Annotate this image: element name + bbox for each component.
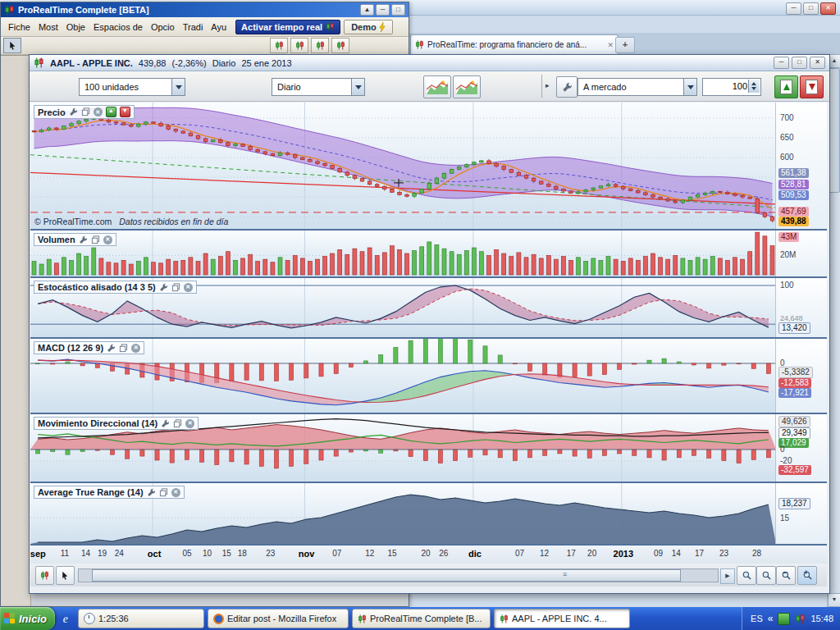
chart-window-titlebar[interactable]: AAPL - APPLE INC. 439,88 (-2,36%) Diario… (30, 55, 829, 71)
menu-objetos[interactable]: Obje (62, 21, 89, 34)
time-axis[interactable]: sep11141924oct0510151823nov0712152026dic… (30, 546, 827, 564)
close-panel-icon[interactable] (94, 107, 103, 116)
quantity-spin-buttons[interactable] (748, 80, 760, 93)
menu-mostrar[interactable]: Most (34, 21, 62, 34)
activate-realtime-button[interactable]: Activar tiempo real (235, 20, 340, 34)
maximize-icon[interactable] (391, 4, 405, 16)
scroll-down-icon[interactable]: ▼ (828, 593, 840, 607)
wrench-icon[interactable] (79, 235, 88, 244)
buy-button[interactable] (774, 75, 798, 98)
copy-icon[interactable] (173, 419, 182, 428)
expand-arrow-icon[interactable] (546, 81, 550, 89)
realtime-candle-icon (326, 22, 335, 31)
minimize-icon[interactable] (774, 57, 789, 69)
chevron-down-icon[interactable] (683, 79, 696, 95)
stochastic-scale[interactable]: 100 24,648 13,420 (775, 278, 827, 337)
close-panel-icon[interactable] (171, 488, 180, 497)
start-button[interactable]: Inicio (0, 607, 55, 630)
zoom-out-button[interactable]: − (776, 566, 796, 585)
taskbar-item-firefox[interactable]: Editar post - Mozilla Firefox (208, 609, 349, 628)
indicator-value-badge: 509,53 (778, 190, 809, 200)
task-label: AAPL - APPLE INC. 4... (512, 614, 607, 623)
dmi-scale[interactable]: 49,626 29,349 17,029 0 -20 -32,597 (775, 414, 827, 482)
menu-fichero[interactable]: Fiche (4, 21, 34, 34)
taskbar-item-prorealtime[interactable]: ProRealTime Complete [B... (352, 609, 491, 628)
auto-scroll-button[interactable] (35, 566, 54, 585)
language-indicator[interactable]: ES (751, 614, 763, 623)
macd-scale[interactable]: 0 -5,3382 -12,583 -17,921 (775, 339, 827, 413)
candlestick-tool-button[interactable] (270, 38, 288, 53)
copy-icon[interactable] (171, 283, 180, 292)
indicator-tool-button[interactable] (331, 38, 349, 53)
menu-espacios[interactable]: Espacios de (89, 21, 147, 34)
atr-scale[interactable]: 18,237 15 (775, 483, 827, 544)
copy-icon[interactable] (81, 107, 90, 116)
zoom-selection-button[interactable] (756, 566, 776, 585)
order-settings-button[interactable] (556, 76, 578, 98)
scroll-right-icon[interactable]: ▶ (720, 568, 735, 584)
close-icon[interactable] (820, 2, 836, 15)
pin-icon[interactable] (360, 4, 374, 16)
wrench-icon[interactable] (159, 283, 168, 292)
x-axis-day-label: 20 (421, 549, 430, 558)
sell-button[interactable] (800, 75, 824, 98)
history-scrollbar-thumb[interactable] (92, 569, 682, 582)
chart-view-button[interactable] (423, 75, 451, 98)
quick-sell-icon[interactable] (120, 107, 130, 117)
taskbar-item-aapl[interactable]: AAPL - APPLE INC. 4... (494, 609, 630, 628)
zoom-in-button[interactable]: + (797, 566, 817, 585)
volume-plot[interactable] (30, 231, 776, 276)
chevron-down-icon[interactable] (351, 79, 364, 95)
pointer-tool-button[interactable] (3, 38, 21, 53)
prorealtime-tray-icon[interactable] (795, 614, 806, 624)
tray-collapse-icon[interactable] (768, 613, 774, 624)
tab-close-icon[interactable]: ✕ (607, 41, 614, 49)
main-window-titlebar[interactable]: ProRealTime Complete [BETA] (1, 2, 409, 17)
aapl-chart-window: AAPL - APPLE INC. 439,88 (-2,36%) Diario… (29, 54, 830, 594)
wrench-icon[interactable] (107, 344, 116, 353)
close-panel-icon[interactable] (184, 283, 193, 292)
copy-icon[interactable] (159, 488, 168, 497)
period-dropdown[interactable]: Diario (272, 78, 365, 96)
units-dropdown[interactable]: 100 unidades (79, 78, 185, 96)
price-scale[interactable]: 700 650 600 561,38 528,81 509,53 457,69 … (775, 103, 827, 229)
line-chart-icon (316, 41, 325, 50)
quick-buy-icon[interactable] (106, 107, 116, 117)
antivirus-tray-icon[interactable] (778, 613, 790, 625)
minimize-icon[interactable] (786, 2, 801, 15)
minimize-icon[interactable] (376, 4, 390, 16)
close-panel-icon[interactable] (103, 235, 112, 244)
bar-chart-tool-button[interactable] (290, 38, 308, 53)
volume-scale[interactable]: 43M 20M (775, 231, 827, 276)
firefox-tab[interactable]: ProRealTime: programa financiero de aná.… (410, 34, 619, 54)
maximize-icon[interactable] (803, 2, 819, 15)
price-plot[interactable] (30, 103, 776, 229)
internet-explorer-icon[interactable] (57, 610, 74, 627)
maximize-icon[interactable] (792, 57, 807, 69)
menu-ayuda[interactable]: Ayu (207, 21, 231, 34)
close-panel-icon[interactable] (131, 344, 140, 353)
line-chart-tool-button[interactable] (311, 38, 329, 53)
fit-chart-button[interactable] (737, 566, 756, 585)
x-axis-day-label: 20 (587, 549, 596, 558)
menu-opciones[interactable]: Opcio (147, 21, 179, 34)
quantity-input[interactable] (703, 79, 749, 94)
new-tab-button[interactable]: + (615, 37, 635, 53)
chart-layout-button[interactable] (453, 75, 481, 98)
copy-icon[interactable] (91, 235, 100, 244)
wrench-icon[interactable] (161, 419, 170, 428)
chevron-down-icon[interactable] (171, 79, 185, 95)
close-panel-icon[interactable] (185, 419, 194, 428)
order-type-dropdown[interactable]: A mercado (578, 78, 697, 96)
demo-button[interactable]: Demo (344, 20, 393, 34)
taskbar-item-timer[interactable]: 1:25:36 (78, 609, 204, 628)
menu-trading[interactable]: Tradi (179, 21, 208, 34)
spin-down-icon[interactable] (751, 87, 756, 90)
close-icon[interactable] (810, 57, 825, 69)
wrench-icon[interactable] (147, 488, 156, 497)
history-scrollbar[interactable] (78, 568, 719, 582)
spin-up-icon[interactable] (751, 82, 756, 85)
wrench-icon[interactable] (69, 107, 78, 116)
pointer-mode-button[interactable] (56, 566, 75, 585)
copy-icon[interactable] (119, 344, 128, 353)
